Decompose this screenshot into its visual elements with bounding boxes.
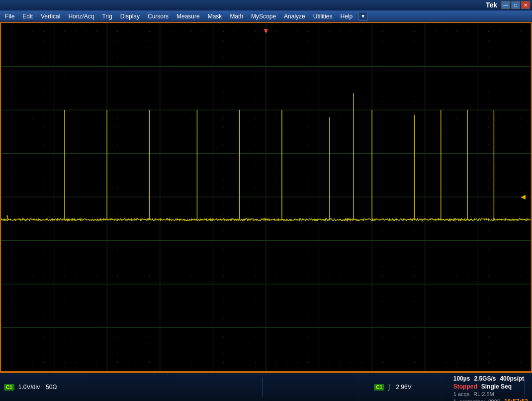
menubar: File Edit Vertical Horiz/Acq Trig Displa… <box>0 11 532 22</box>
maximize-button[interactable]: □ <box>511 1 520 9</box>
status-row-1: 100µs 2.5GS/s 400ps/pt <box>453 375 524 382</box>
trigger-arrow: ◄ <box>519 193 527 201</box>
menu-trig[interactable]: Trig <box>98 12 116 21</box>
menu-vertical[interactable]: Vertical <box>37 12 64 21</box>
ch1-label: 1 <box>6 214 9 220</box>
date-label: 1. september, 2006 <box>453 399 500 401</box>
status-right: 100µs 2.5GS/s 400ps/pt Stopped Single Se… <box>453 375 528 401</box>
oscilloscope-display: ◄ 1 ▼ <box>0 22 532 372</box>
menu-myscope[interactable]: MyScope <box>247 12 280 21</box>
status-row-3: 1 acqs RL:2.5M <box>453 391 494 397</box>
timebase: 100µs <box>453 375 470 382</box>
titlebar-title: Tek <box>486 1 497 9</box>
impedance: 50Ω <box>44 384 59 391</box>
ch1-badge-left: C1 <box>4 384 14 391</box>
menu-display[interactable]: Display <box>116 12 144 21</box>
voltage-div: 1.0V/div <box>16 384 42 391</box>
titlebar: Tek — □ ✕ <box>0 0 532 11</box>
pts-per: 400ps/pt <box>500 375 524 382</box>
menu-utilities[interactable]: Utilities <box>309 12 337 21</box>
time-label: 16:57:53 <box>504 398 528 401</box>
menu-mask[interactable]: Mask <box>204 12 226 21</box>
status-row-2: Stopped Single Seq <box>453 383 512 390</box>
measurement-icon: ∫ <box>386 384 392 391</box>
menu-horizacq[interactable]: Horiz/Acq <box>64 12 98 21</box>
menu-file[interactable]: File <box>1 12 18 21</box>
mode-label: Single Seq <box>481 383 512 390</box>
measurement-value: 2.96V <box>394 384 413 391</box>
menu-edit[interactable]: Edit <box>18 12 37 21</box>
ch1-badge-center: C1 <box>374 384 384 391</box>
rl-label: RL:2.5M <box>473 391 494 397</box>
separator-1 <box>263 377 263 397</box>
titlebar-controls: — □ ✕ <box>501 1 530 9</box>
menu-analyze[interactable]: Analyze <box>280 12 309 21</box>
trigger-indicator: ▼ <box>263 27 269 35</box>
stopped-label: Stopped <box>453 383 477 390</box>
menu-cursors[interactable]: Cursors <box>144 12 173 21</box>
status-row-4: 1. september, 2006 16:57:53 <box>453 398 528 401</box>
menu-help[interactable]: Help <box>336 12 356 21</box>
sample-rate: 2.5GS/s <box>474 375 496 382</box>
status-left: C1 1.0V/div 50Ω <box>4 384 260 391</box>
menu-math[interactable]: Math <box>226 12 247 21</box>
close-button[interactable]: ✕ <box>521 1 530 9</box>
statusbar: C1 1.0V/div 50Ω C1 ∫ 2.96V 100µs 2.5GS/s… <box>0 372 532 401</box>
minimize-button[interactable]: — <box>501 1 510 9</box>
menu-measure[interactable]: Measure <box>173 12 204 21</box>
waveform-canvas <box>1 23 531 371</box>
menu-dropdown[interactable]: ▼ <box>358 12 367 21</box>
acqs-label: 1 acqs <box>453 391 469 397</box>
